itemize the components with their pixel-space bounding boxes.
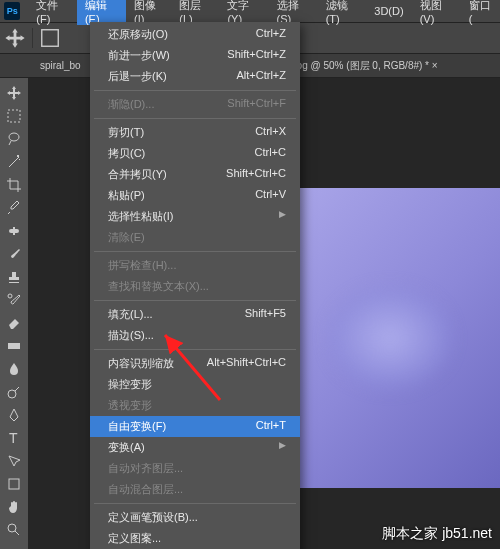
submenu-arrow-icon: ▶ bbox=[279, 440, 286, 455]
menu-edit[interactable]: 编辑(E) bbox=[77, 0, 126, 25]
menu-separator bbox=[94, 349, 296, 350]
menu-item: 自动对齐图层... bbox=[90, 458, 300, 479]
brush-tool[interactable] bbox=[2, 243, 26, 265]
dodge-tool[interactable] bbox=[2, 381, 26, 403]
menu-item[interactable]: 填充(L)...Shift+F5 bbox=[90, 304, 300, 325]
eyedropper-tool[interactable] bbox=[2, 197, 26, 219]
menu-item[interactable]: 操控变形 bbox=[90, 374, 300, 395]
menu-item-label: 自由变换(F) bbox=[108, 419, 166, 434]
menu-item: 拼写检查(H)... bbox=[90, 255, 300, 276]
menu-item[interactable]: 后退一步(K)Alt+Ctrl+Z bbox=[90, 66, 300, 87]
shape-tool[interactable] bbox=[2, 473, 26, 495]
menu-item-label: 拷贝(C) bbox=[108, 146, 145, 161]
app-logo: Ps bbox=[4, 2, 20, 20]
menu-item: 渐隐(D)...Shift+Ctrl+F bbox=[90, 94, 300, 115]
menubar: Ps 文件(F) 编辑(E) 图像(I) 图层(L) 文字(Y) 选择(S) 滤… bbox=[0, 0, 500, 22]
svg-rect-4 bbox=[8, 343, 20, 349]
menu-item: 查找和替换文本(X)... bbox=[90, 276, 300, 297]
menu-item-label: 自动对齐图层... bbox=[108, 461, 183, 476]
menu-item-label: 查找和替换文本(X)... bbox=[108, 279, 209, 294]
menu-item[interactable]: 剪切(T)Ctrl+X bbox=[90, 122, 300, 143]
menu-item-shortcut: Shift+Ctrl+F bbox=[227, 97, 286, 112]
marquee-tool[interactable] bbox=[2, 105, 26, 127]
svg-rect-0 bbox=[42, 30, 59, 47]
menu-item[interactable]: 定义图案... bbox=[90, 528, 300, 549]
menu-item-label: 自动混合图层... bbox=[108, 482, 183, 497]
menu-item[interactable]: 变换(A)▶ bbox=[90, 437, 300, 458]
gradient-tool[interactable] bbox=[2, 335, 26, 357]
crop-tool[interactable] bbox=[2, 174, 26, 196]
menu-item-shortcut: Shift+F5 bbox=[245, 307, 286, 322]
menu-item[interactable]: 合并拷贝(Y)Shift+Ctrl+C bbox=[90, 164, 300, 185]
menu-item[interactable]: 拷贝(C)Ctrl+C bbox=[90, 143, 300, 164]
svg-point-5 bbox=[8, 390, 16, 398]
menu-item-shortcut: Shift+Ctrl+C bbox=[226, 167, 286, 182]
doc-tab-0[interactable]: spiral_bo bbox=[32, 60, 89, 71]
menu-item-label: 定义图案... bbox=[108, 531, 161, 546]
menu-item-shortcut: Ctrl+T bbox=[256, 419, 286, 434]
menu-item[interactable]: 定义画笔预设(B)... bbox=[90, 507, 300, 528]
menu-separator bbox=[94, 90, 296, 91]
lasso-tool[interactable] bbox=[2, 128, 26, 150]
doc-tab-1[interactable]: og @ 50% (图层 0, RGB/8#) * × bbox=[289, 59, 446, 73]
eraser-tool[interactable] bbox=[2, 312, 26, 334]
document-image bbox=[300, 188, 500, 488]
menu-item[interactable]: 描边(S)... bbox=[90, 325, 300, 346]
menu-select[interactable]: 选择(S) bbox=[269, 0, 318, 25]
menu-type[interactable]: 文字(Y) bbox=[219, 0, 268, 25]
wand-tool[interactable] bbox=[2, 151, 26, 173]
heal-tool[interactable] bbox=[2, 220, 26, 242]
svg-rect-7 bbox=[9, 479, 19, 489]
svg-rect-1 bbox=[8, 110, 20, 122]
move-tool[interactable] bbox=[2, 82, 26, 104]
menu-item[interactable]: 前进一步(W)Shift+Ctrl+Z bbox=[90, 45, 300, 66]
stamp-tool[interactable] bbox=[2, 266, 26, 288]
menu-item-label: 拼写检查(H)... bbox=[108, 258, 176, 273]
blur-tool[interactable] bbox=[2, 358, 26, 380]
menu-layer[interactable]: 图层(L) bbox=[171, 0, 219, 25]
menu-3d[interactable]: 3D(D) bbox=[366, 5, 411, 17]
menu-filter[interactable]: 滤镜(T) bbox=[318, 0, 367, 25]
zoom-tool[interactable] bbox=[2, 519, 26, 541]
pen-tool[interactable] bbox=[2, 404, 26, 426]
menu-item-shortcut: Ctrl+C bbox=[255, 146, 286, 161]
menu-window[interactable]: 窗口( bbox=[461, 0, 500, 25]
svg-point-3 bbox=[8, 294, 12, 298]
menu-item[interactable]: 粘贴(P)Ctrl+V bbox=[90, 185, 300, 206]
edit-menu-dropdown: 还原移动(O)Ctrl+Z前进一步(W)Shift+Ctrl+Z后退一步(K)A… bbox=[90, 22, 300, 549]
auto-select-icon[interactable] bbox=[39, 27, 61, 49]
menu-item-shortcut: Ctrl+V bbox=[255, 188, 286, 203]
type-tool[interactable]: T bbox=[2, 427, 26, 449]
menu-item[interactable]: 还原移动(O)Ctrl+Z bbox=[90, 24, 300, 45]
menu-item-label: 内容识别缩放 bbox=[108, 356, 174, 371]
menu-item-label: 粘贴(P) bbox=[108, 188, 145, 203]
menu-item[interactable]: 自由变换(F)Ctrl+T bbox=[90, 416, 300, 437]
menu-item: 透视变形 bbox=[90, 395, 300, 416]
menu-item-label: 渐隐(D)... bbox=[108, 97, 154, 112]
menu-item: 自动混合图层... bbox=[90, 479, 300, 500]
menu-separator bbox=[94, 503, 296, 504]
menu-item[interactable]: 选择性粘贴(I)▶ bbox=[90, 206, 300, 227]
menu-file[interactable]: 文件(F) bbox=[28, 0, 77, 25]
menu-item-shortcut: Ctrl+Z bbox=[256, 27, 286, 42]
menu-item-label: 选择性粘贴(I) bbox=[108, 209, 173, 224]
menu-item-label: 前进一步(W) bbox=[108, 48, 170, 63]
menu-separator bbox=[94, 118, 296, 119]
menu-view[interactable]: 视图(V) bbox=[412, 0, 461, 25]
menu-item-label: 变换(A) bbox=[108, 440, 145, 455]
menu-separator bbox=[94, 300, 296, 301]
history-brush-tool[interactable] bbox=[2, 289, 26, 311]
menu-item-label: 描边(S)... bbox=[108, 328, 154, 343]
menu-item[interactable]: 内容识别缩放Alt+Shift+Ctrl+C bbox=[90, 353, 300, 374]
menu-image[interactable]: 图像(I) bbox=[126, 0, 171, 25]
menu-item: 清除(E) bbox=[90, 227, 300, 248]
menu-item-shortcut: Ctrl+X bbox=[255, 125, 286, 140]
hand-tool[interactable] bbox=[2, 496, 26, 518]
menu-item-label: 剪切(T) bbox=[108, 125, 144, 140]
move-tool-icon[interactable] bbox=[4, 27, 26, 49]
menu-item-label: 清除(E) bbox=[108, 230, 145, 245]
path-tool[interactable] bbox=[2, 450, 26, 472]
menu-item-label: 还原移动(O) bbox=[108, 27, 168, 42]
menu-item-label: 后退一步(K) bbox=[108, 69, 167, 84]
menu-item-shortcut: Shift+Ctrl+Z bbox=[227, 48, 286, 63]
